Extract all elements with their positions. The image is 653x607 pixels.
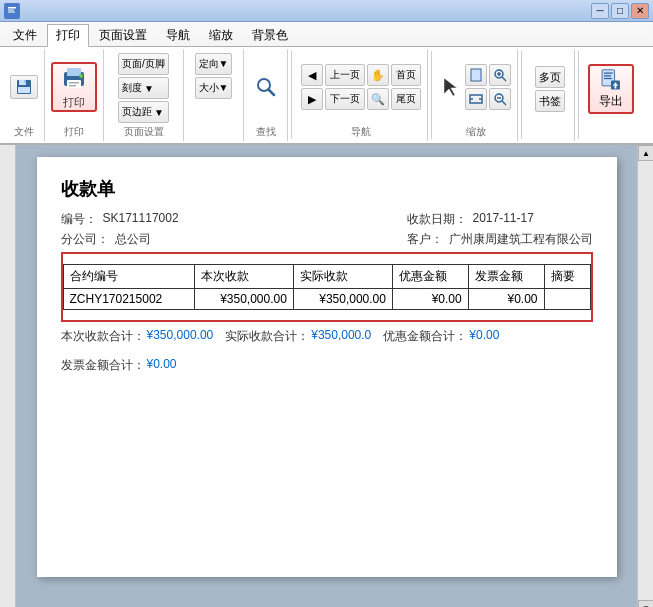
meta-right: 收款日期： 2017-11-17 客户： 广州康周建筑工程有限公司 [407,211,593,248]
svg-rect-0 [6,5,18,17]
tab-background[interactable]: 背景色 [243,24,297,46]
multi-page-button[interactable]: 多页 [535,66,565,88]
first-page-button[interactable]: 上一页 [325,64,365,86]
cell-discount: ¥0.00 [392,289,468,310]
next-page-button[interactable]: ▶ [301,88,323,110]
svg-rect-12 [69,85,76,87]
dir-size-group: 定向▼ 大小▼ [184,49,244,141]
ruler-button[interactable]: 刻度 ▼ [118,77,169,99]
meta-customer-row: 客户： 广州康周建筑工程有限公司 [407,231,593,248]
bookmark-button[interactable]: 书签 [535,90,565,112]
branch-value: 总公司 [115,231,151,248]
col-contract-no: 合约编号 [63,265,194,289]
col-invoice-amount: 发票金额 [468,265,544,289]
maximize-button[interactable]: □ [611,3,629,19]
search-icon [254,75,278,99]
print-button[interactable]: 打印 [51,62,97,112]
ribbon-separator-1 [291,51,292,139]
scroll-right-area[interactable]: ▲ ▼ [637,145,653,607]
svg-rect-31 [604,78,612,79]
title-bar-left [4,3,24,19]
invoice-summary-label: 发票金额合计： [61,357,145,374]
svg-rect-6 [24,80,26,83]
svg-rect-11 [69,82,79,84]
last-page-button[interactable]: 下一页 [325,88,365,110]
app-icon [4,3,20,19]
file-group-label: 文件 [14,123,34,139]
col-actual-payment: 实际收款 [293,265,392,289]
margin-dropdown-icon: ▼ [154,107,164,118]
save-button[interactable] [10,75,38,99]
export-button-label: 导出 [599,93,623,110]
zoom-out-view-button[interactable] [489,88,511,110]
single-page-button[interactable] [465,64,487,86]
scroll-track[interactable] [638,161,653,600]
meta-branch-row: 分公司： 总公司 [61,231,179,248]
customer-label: 客户： [407,231,443,248]
ribbon-separator-2 [431,51,432,139]
margin-button[interactable]: 页边距 ▼ [118,101,169,123]
col-discount: 优惠金额 [392,265,468,289]
svg-rect-2 [8,9,14,10]
summary-this-payment: 本次收款合计： ¥350,000.00 [61,328,214,345]
nav-group: ◀ ▶ 上一页 下一页 ✋ 🔍 首页 尾页 导航 [295,49,428,141]
size-button[interactable]: 大小▼ [195,77,233,99]
branch-label: 分公司： [61,231,109,248]
cell-this-payment: ¥350,000.00 [194,289,293,310]
svg-rect-34 [615,86,617,89]
actual-payment-summary-label: 实际收款合计： [225,328,309,345]
tab-zoom[interactable]: 缩放 [200,24,242,46]
ruler-label: 刻度 [122,81,142,95]
print-icon [60,64,88,92]
header-footer-button[interactable]: 页面/页脚 [118,53,169,75]
date-label: 收款日期： [407,211,467,228]
svg-rect-17 [471,69,481,81]
fit-width-button[interactable] [465,88,487,110]
svg-rect-29 [604,72,613,73]
title-bar: ─ □ ✕ [0,0,653,22]
zoom-area-button[interactable]: 🔍 [367,88,389,110]
svg-line-15 [268,90,274,96]
tab-file[interactable]: 文件 [4,24,46,46]
nav-group-label: 导航 [351,123,371,139]
table-row: ZCHY170215002 ¥350,000.00 ¥350,000.00 ¥0… [63,289,590,310]
ribbon: 文件 打印 页面设置 导航 缩放 背景色 文件 [0,22,653,145]
export-button[interactable]: 导出 [588,64,634,114]
main-area: 收款单 编号： SK171117002 分公司： 总公司 收款日期： [0,145,653,607]
summary-discount: 优惠金额合计： ¥0.00 [383,328,499,345]
tab-page-setup[interactable]: 页面设置 [90,24,156,46]
page-setup-label: 页面设置 [124,123,164,139]
invoice-summary-value: ¥0.00 [147,357,177,374]
ribbon-tabs: 文件 打印 页面设置 导航 缩放 背景色 [0,22,653,46]
document-meta: 编号： SK171117002 分公司： 总公司 收款日期： 2017-11-1… [61,211,593,248]
margin-label: 页边距 [122,105,152,119]
zoom-group: 缩放 [435,49,518,141]
document-title: 收款单 [61,177,593,201]
scroll-up-button[interactable]: ▲ [638,145,653,161]
ribbon-content: 文件 打印 [0,46,653,143]
contract-table-wrapper: 合约编号 本次收款 实际收款 优惠金额 发票金额 摘要 ZCHY17021500… [61,252,593,322]
meta-left: 编号： SK171117002 分公司： 总公司 [61,211,179,248]
print-icon-wrapper [60,64,88,95]
export-group: 导出 [582,49,640,141]
svg-rect-3 [8,11,15,12]
hand-tool-button[interactable]: ✋ [367,64,389,86]
contract-table: 合约编号 本次收款 实际收款 优惠金额 发票金额 摘要 ZCHY17021500… [63,264,591,310]
tab-navigation[interactable]: 导航 [157,24,199,46]
discount-summary-value: ¥0.00 [469,328,499,345]
this-payment-summary-value: ¥350,000.00 [147,328,214,345]
print-button-label: 打印 [63,95,85,110]
prev-page-button[interactable]: ◀ [301,64,323,86]
first-page-btn[interactable]: 首页 [391,64,421,86]
tab-print[interactable]: 打印 [47,24,89,47]
close-button[interactable]: ✕ [631,3,649,19]
scroll-down-button[interactable]: ▼ [638,600,653,607]
zoom-in-view-button[interactable] [489,64,511,86]
direction-button[interactable]: 定向▼ [195,53,233,75]
find-group: 查找 [244,49,288,141]
last-page-btn[interactable]: 尾页 [391,88,421,110]
svg-rect-10 [67,80,81,88]
this-payment-summary-label: 本次收款合计： [61,328,145,345]
col-remark: 摘要 [544,265,590,289]
minimize-button[interactable]: ─ [591,3,609,19]
